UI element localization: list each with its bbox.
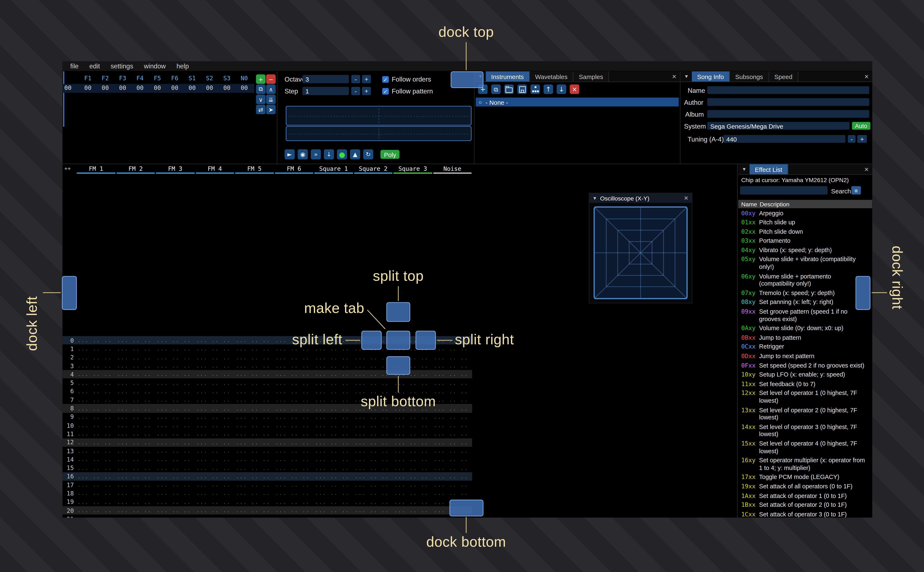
instrument-duplicate-button[interactable]	[491, 84, 501, 94]
menu-item[interactable]: edit	[84, 62, 105, 70]
pattern-cell[interactable]: ... .. .. ..	[156, 516, 195, 518]
pattern-cell[interactable]: ... .. .. ..	[393, 423, 433, 428]
close-icon[interactable]: ×	[672, 72, 676, 81]
pattern-cell[interactable]: ... .. .. ..	[433, 456, 472, 462]
pattern-cell[interactable]: ... .. .. ..	[116, 423, 155, 428]
pattern-cell[interactable]: ... .. .. ..	[433, 371, 472, 377]
pattern-cell[interactable]: ... .. .. ..	[156, 448, 195, 454]
menu-item[interactable]: window	[139, 62, 171, 70]
pattern-cell[interactable]: ... .. .. ..	[274, 465, 314, 471]
orders-cell[interactable]: 00	[149, 84, 166, 91]
order-duplicate-button[interactable]: ⧉	[256, 84, 266, 94]
effect-list-row[interactable]: 11xx Set feedback (0 to 7)	[738, 380, 872, 389]
pattern-cell[interactable]: ... .. .. ..	[274, 414, 314, 420]
pattern-cell[interactable]: ... .. .. ..	[116, 363, 155, 369]
channel-header[interactable]: FM 5	[235, 165, 274, 174]
pattern-cell[interactable]: ... .. .. ..	[235, 397, 274, 403]
collapse-arrow-icon[interactable]: ▼	[684, 74, 689, 79]
pattern-cell[interactable]: ... .. .. ..	[314, 516, 354, 518]
pattern-cell[interactable]: ... .. .. ..	[354, 423, 393, 428]
pattern-cell[interactable]: ... .. .. ..	[116, 516, 155, 518]
pattern-cell[interactable]: ... .. .. ..	[76, 414, 116, 420]
pattern-cell[interactable]: ... .. .. ..	[354, 448, 393, 454]
pattern-cell[interactable]: ... .. .. ..	[195, 431, 235, 437]
effect-list-row[interactable]: 1Cxx Set attack of operator 3 (0 to 1F)	[738, 510, 872, 518]
pattern-cell[interactable]: ... .. .. ..	[354, 414, 393, 420]
pattern-cell[interactable]: ... .. .. ..	[354, 456, 393, 462]
pattern-cell[interactable]: ... .. .. ..	[433, 448, 472, 454]
effect-list-row[interactable]: 19xx Set attack of all operators (0 to 1…	[738, 482, 872, 491]
effect-list-row[interactable]: 1Axx Set attack of operator 1 (0 to 1F)	[738, 491, 872, 500]
effect-list-row[interactable]: 07xy Tremolo (x: speed; y: depth)	[738, 289, 872, 298]
pattern-cell[interactable]: ... .. .. ..	[354, 465, 393, 471]
pattern-cell[interactable]: ... .. .. ..	[195, 490, 235, 496]
effect-list-row[interactable]: 00xy Arpeggio	[738, 209, 872, 218]
pattern-cell[interactable]: ... .. .. ..	[235, 363, 274, 369]
pattern-row[interactable]: 17 ... .. .. ..... .. .. ..... .. .. ...…	[62, 481, 472, 489]
pattern-row[interactable]: 5 ... .. .. ..... .. .. ..... .. .. ....…	[62, 379, 472, 387]
pattern-cell[interactable]: ... .. .. ..	[76, 423, 116, 428]
channel-header[interactable]: FM 1	[76, 165, 116, 174]
effect-list-row[interactable]: 16xy Set operator multiplier (x: operato…	[738, 456, 872, 473]
pattern-cell[interactable]: ... .. .. ..	[76, 507, 116, 513]
effect-list-row[interactable]: 0Bxx Jump to pattern	[738, 333, 872, 342]
pattern-cell[interactable]: ... .. .. ..	[274, 507, 314, 513]
pattern-cell[interactable]: ... .. .. ..	[314, 440, 354, 445]
pattern-cell[interactable]: ... .. .. ..	[76, 431, 116, 437]
pattern-cell[interactable]: ... .. .. ..	[156, 363, 195, 369]
pattern-cell[interactable]: ... .. .. ..	[274, 456, 314, 462]
pattern-cell[interactable]: ... .. .. ..	[116, 465, 155, 471]
instrument-delete-button[interactable]	[570, 84, 580, 94]
pattern-cell[interactable]: ... .. .. ..	[433, 440, 472, 445]
follow-pattern-checkbox[interactable]: ✓	[382, 88, 389, 95]
effect-list-row[interactable]: 04xy Vibrato (x: speed; y: depth)	[738, 246, 872, 255]
pattern-cell[interactable]: ... .. .. ..	[195, 380, 235, 386]
pattern-cell[interactable]: ... .. .. ..	[116, 371, 155, 377]
pattern-row[interactable]: 10 ... .. .. ..... .. .. ..... .. .. ...…	[62, 421, 472, 430]
pattern-row[interactable]: 9 ... .. .. ..... .. .. ..... .. .. ....…	[62, 413, 472, 421]
pattern-cell[interactable]: ... .. .. ..	[433, 380, 472, 386]
pattern-cell[interactable]: ... .. .. ..	[76, 363, 116, 369]
author-field[interactable]	[707, 98, 869, 106]
split-target-top[interactable]	[386, 302, 410, 322]
pattern-cell[interactable]: ... .. .. ..	[195, 354, 235, 360]
pattern-cell[interactable]: ... .. .. ..	[195, 482, 235, 488]
pattern-cell[interactable]: ... .. .. ..	[116, 456, 155, 462]
pattern-cell[interactable]: ... .. .. ..	[354, 490, 393, 496]
pattern-row[interactable]: 3 ... .. .. ..... .. .. ..... .. .. ....…	[62, 362, 472, 370]
pattern-cell[interactable]: ... .. .. ..	[195, 337, 235, 343]
step-input[interactable]: 1	[302, 87, 349, 95]
pattern-cell[interactable]: ... .. .. ..	[354, 499, 393, 505]
orders-cell[interactable]: 00	[97, 84, 114, 91]
step-increase-button[interactable]: +	[362, 87, 371, 95]
play-song-button[interactable]: ◉	[298, 149, 308, 159]
split-target-right[interactable]	[416, 331, 436, 350]
pattern-cell[interactable]: ... .. .. ..	[393, 499, 433, 505]
pattern-cell[interactable]: ... .. .. ..	[354, 474, 393, 479]
pattern-cell[interactable]: ... .. .. ..	[235, 474, 274, 479]
pattern-cell[interactable]: ... .. .. ..	[156, 474, 195, 479]
pattern-cell[interactable]: ... .. .. ..	[235, 354, 274, 360]
pattern-cell[interactable]: ... .. .. ..	[314, 499, 354, 505]
pattern-row[interactable]: 4 ... .. .. ..... .. .. ..... .. .. ....…	[62, 370, 472, 379]
pattern-cell[interactable]: ... .. .. ..	[195, 363, 235, 369]
orders-cell[interactable]: 00	[235, 84, 253, 91]
pattern-cell[interactable]: ... .. .. ..	[314, 414, 354, 420]
order-remove-button[interactable]: −	[266, 75, 276, 84]
pattern-cell[interactable]: ... .. .. ..	[76, 465, 116, 471]
tab[interactable]: Speed	[769, 71, 798, 81]
pattern-cell[interactable]: ... .. .. ..	[76, 490, 116, 496]
pattern-cell[interactable]: ... .. .. ..	[195, 465, 235, 471]
pattern-cell[interactable]: ... .. .. ..	[156, 431, 195, 437]
menu-item[interactable]: help	[171, 62, 194, 70]
channel-header[interactable]: Square 3	[393, 165, 433, 174]
orders-cell[interactable]: 00	[114, 84, 131, 91]
pattern-cell[interactable]: ... .. .. ..	[76, 516, 116, 518]
pattern-cell[interactable]: ... .. .. ..	[274, 389, 314, 394]
pattern-cell[interactable]: ... .. .. ..	[195, 371, 235, 377]
order-move-down-button[interactable]: ∨	[256, 95, 266, 104]
pattern-cell[interactable]: ... .. .. ..	[433, 423, 472, 428]
close-icon[interactable]: ×	[684, 194, 688, 202]
system-auto-button[interactable]: Auto	[852, 122, 870, 130]
pattern-cell[interactable]: ... .. .. ..	[156, 465, 195, 471]
